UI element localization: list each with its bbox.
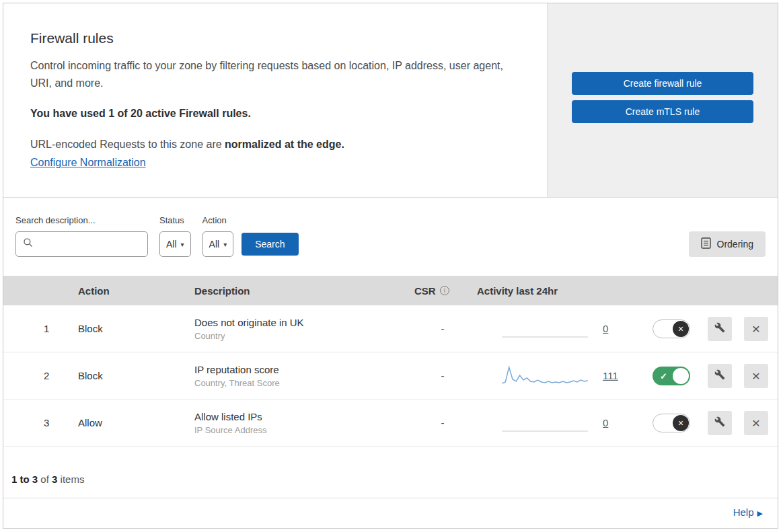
- status-dropdown[interactable]: All ▾: [159, 231, 191, 257]
- rule-toggle-cell: ✓ ×: [641, 414, 702, 432]
- x-icon: ×: [678, 418, 683, 428]
- rule-description-cell: Does not originate in UK Country: [187, 317, 409, 341]
- of-text: of: [40, 473, 49, 485]
- status-filter-group: Status All ▾: [159, 215, 191, 257]
- search-box[interactable]: [15, 231, 148, 257]
- usage-summary: You have used 1 of 20 active Firewall ru…: [30, 108, 520, 120]
- rule-toggle-cell: ✓ ×: [641, 319, 702, 338]
- col-action: Action: [67, 285, 187, 297]
- x-icon: ×: [678, 324, 683, 334]
- configure-normalization-link[interactable]: Configure Normalization: [30, 157, 146, 169]
- rule-fields: Country, Threat Score: [194, 378, 409, 388]
- rule-activity-cell: 0: [476, 315, 641, 342]
- rule-edit-cell: [702, 411, 738, 435]
- close-icon: ×: [752, 416, 760, 430]
- help-bar: Help▶: [3, 498, 778, 528]
- page-title: Firewall rules: [30, 30, 520, 46]
- delete-rule-button[interactable]: ×: [744, 364, 768, 388]
- help-link-label: Help: [733, 506, 754, 518]
- rule-edit-cell: [702, 364, 738, 388]
- rule-delete-cell: ×: [738, 411, 774, 435]
- rule-csr-value: -: [409, 417, 476, 428]
- col-csr: CSR i: [409, 285, 476, 297]
- status-value: All: [166, 239, 177, 250]
- help-link[interactable]: Help▶: [733, 506, 763, 518]
- table-summary: 1 to 3 of 3 items: [3, 447, 778, 498]
- status-label: Status: [159, 215, 191, 225]
- rule-action: Block: [67, 323, 187, 334]
- wrench-icon: [714, 369, 725, 382]
- ordering-button-label: Ordering: [717, 239, 753, 250]
- ordering-button[interactable]: Ordering: [689, 231, 766, 257]
- rule-activity-cell: 0: [476, 410, 641, 436]
- rule-description-cell: IP reputation score Country, Threat Scor…: [187, 364, 409, 388]
- activity-sparkline: [502, 363, 588, 389]
- help-arrow-icon: ▶: [757, 509, 763, 517]
- activity-count-link[interactable]: 111: [603, 370, 618, 381]
- ordering-list-icon: [701, 237, 711, 251]
- table-header: Action Description CSR i Activity last 2…: [3, 276, 778, 305]
- items-text: items: [61, 473, 85, 485]
- rule-toggle-cell: ✓ ×: [641, 367, 702, 385]
- rule-action: Allow: [67, 417, 187, 428]
- info-icon[interactable]: i: [440, 286, 449, 295]
- activity-sparkline: [502, 315, 588, 342]
- search-input[interactable]: [38, 232, 159, 256]
- header-text-area: Firewall rules Control incoming traffic …: [3, 3, 547, 197]
- edit-rule-button[interactable]: [708, 317, 732, 341]
- toggle-knob: ×: [673, 415, 689, 431]
- rule-number: 1: [3, 323, 67, 334]
- edit-rule-button[interactable]: [708, 411, 732, 435]
- rule-csr-value: -: [409, 370, 476, 381]
- check-icon: ✓: [660, 371, 667, 381]
- rule-enabled-toggle[interactable]: ✓ ×: [653, 319, 690, 338]
- item-range: 1 to 3: [11, 473, 38, 485]
- table-row: 3 Allow Allow listed IPs IP Source Addre…: [3, 400, 778, 447]
- rule-delete-cell: ×: [738, 317, 774, 341]
- edit-rule-button[interactable]: [708, 364, 732, 388]
- rule-description: Allow listed IPs: [194, 411, 409, 422]
- close-icon: ×: [752, 321, 760, 336]
- normalization-text: URL-encoded Requests to this zone are: [30, 139, 222, 150]
- close-icon: ×: [752, 369, 760, 383]
- rule-fields: Country: [194, 331, 409, 341]
- activity-count-link[interactable]: 0: [603, 323, 608, 334]
- create-mtls-rule-button[interactable]: Create mTLS rule: [572, 100, 753, 123]
- rule-enabled-toggle[interactable]: ✓ ×: [653, 414, 690, 432]
- wrench-icon: [714, 416, 725, 429]
- search-button[interactable]: Search: [241, 233, 298, 256]
- activity-count-link[interactable]: 0: [603, 417, 608, 428]
- delete-rule-button[interactable]: ×: [744, 411, 768, 435]
- chevron-down-icon: ▾: [223, 241, 227, 248]
- action-dropdown[interactable]: All ▾: [202, 231, 234, 257]
- action-filter-group: Action All ▾: [202, 215, 234, 257]
- rule-delete-cell: ×: [738, 364, 774, 388]
- rule-csr-value: -: [409, 323, 476, 334]
- toggle-knob: ×: [673, 368, 689, 384]
- normalization-note: URL-encoded Requests to this zone are no…: [30, 139, 520, 151]
- chevron-down-icon: ▾: [181, 241, 184, 248]
- search-group: Search description...: [15, 215, 148, 257]
- rule-description-cell: Allow listed IPs IP Source Address: [187, 411, 409, 435]
- rule-number: 2: [3, 370, 67, 381]
- search-icon: [23, 237, 34, 251]
- csr-header-label: CSR: [414, 285, 436, 297]
- normalization-bold-text: normalized at the edge.: [225, 139, 344, 150]
- rule-number: 3: [3, 417, 67, 428]
- rule-action: Block: [67, 370, 187, 381]
- create-firewall-rule-button[interactable]: Create firewall rule: [572, 72, 753, 95]
- table-row: 2 Block IP reputation score Country, Thr…: [3, 352, 778, 400]
- search-label: Search description...: [15, 215, 148, 225]
- table-row: 1 Block Does not originate in UK Country…: [3, 305, 778, 352]
- delete-rule-button[interactable]: ×: [744, 317, 768, 341]
- action-label: Action: [202, 215, 234, 225]
- page-header-section: Firewall rules Control incoming traffic …: [3, 3, 778, 198]
- header-actions-panel: Create firewall rule Create mTLS rule: [547, 3, 778, 197]
- wrench-icon: [714, 322, 725, 335]
- filter-bar: Search description... Status All ▾ Actio…: [3, 198, 778, 276]
- rule-fields: IP Source Address: [194, 425, 409, 435]
- col-description: Description: [187, 285, 409, 297]
- rule-enabled-toggle[interactable]: ✓ ×: [653, 367, 690, 385]
- rule-activity-cell: 111: [476, 363, 641, 389]
- item-total: 3: [52, 473, 57, 485]
